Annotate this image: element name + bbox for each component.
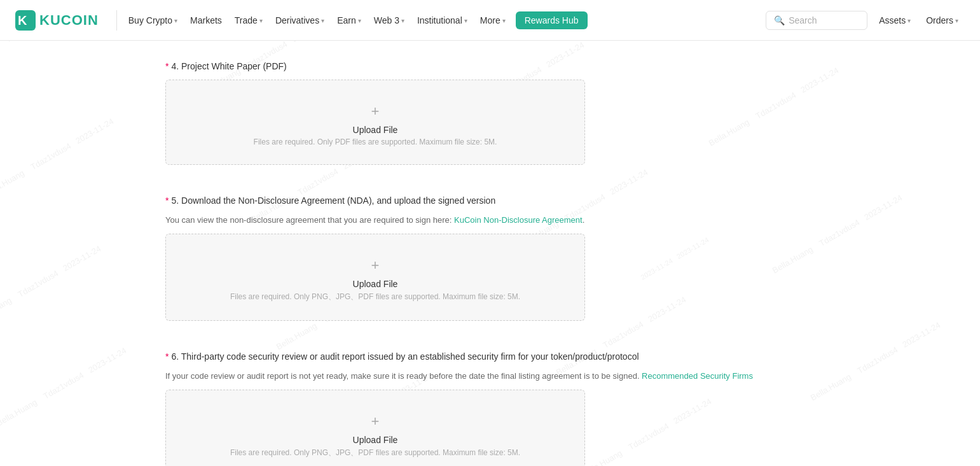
kucoin-logo-icon: K: [15, 10, 36, 31]
upload-label-4: Upload File: [353, 125, 398, 135]
upload-hint-5: Files are required. Only PNG、JPG、PDF fil…: [230, 292, 520, 302]
section-5-title-text: Download the Non-Disclosure Agreement (N…: [181, 195, 495, 206]
nav-buy-crypto[interactable]: Buy Crypto ▾: [122, 0, 184, 41]
web3-chevron-icon: ▾: [401, 17, 404, 24]
section-6-title-text: Third-party code security review or audi…: [181, 351, 639, 362]
nav-more-label: More: [480, 15, 500, 25]
trade-chevron-icon: ▾: [259, 17, 263, 24]
upload-box-4[interactable]: + Upload File Files are required. Only P…: [165, 80, 585, 165]
nav-more[interactable]: More ▾: [474, 0, 512, 41]
section-6-title: 6.: [171, 351, 179, 362]
rewards-hub-button[interactable]: Rewards Hub: [516, 11, 588, 29]
nav-institutional-label: Institutional: [417, 15, 462, 25]
nav-web3[interactable]: Web 3 ▾: [368, 0, 411, 41]
assets-chevron-icon: ▾: [908, 17, 911, 24]
nav-web3-label: Web 3: [374, 15, 399, 25]
section-5-desc-prefix: You can view the non-disclosure agreemen…: [165, 215, 454, 225]
section-5: *5. Download the Non-Disclosure Agreemen…: [0, 165, 980, 321]
upload-hint-4: Files are required. Only PDF files are s…: [254, 138, 497, 146]
nav-institutional[interactable]: Institutional ▾: [411, 0, 474, 41]
navbar: K KUCOIN Buy Crypto ▾ Markets Trade ▾ De…: [0, 0, 980, 41]
nav-assets[interactable]: Assets ▾: [873, 0, 917, 41]
nda-link[interactable]: KuCoin Non-Disclosure Agreement: [454, 215, 583, 225]
section-5-desc-suffix: .: [583, 215, 585, 225]
section-6-desc-prefix: If your code review or audit report is n…: [165, 371, 642, 381]
logo-text: KUCOIN: [39, 12, 99, 29]
nav-markets-label: Markets: [190, 15, 222, 25]
svg-text:K: K: [18, 13, 27, 27]
section-6: *6. Third-party code security review or …: [0, 321, 980, 466]
section-4-title-text: Project White Paper (PDF): [181, 61, 287, 71]
required-star-5: *: [165, 195, 169, 206]
main-content: *4. Project White Paper (PDF) + Upload F…: [0, 41, 980, 466]
section-5-desc: You can view the non-disclosure agreemen…: [165, 214, 815, 227]
buy-crypto-chevron-icon: ▾: [174, 17, 177, 24]
search-icon: 🔍: [774, 15, 785, 25]
nav-derivatives[interactable]: Derivatives ▾: [269, 0, 331, 41]
nav-trade-label: Trade: [235, 15, 258, 25]
required-star-6: *: [165, 351, 169, 362]
plus-icon-6: +: [371, 413, 380, 430]
nav-earn-label: Earn: [337, 15, 356, 25]
derivatives-chevron-icon: ▾: [321, 17, 324, 24]
institutional-chevron-icon: ▾: [464, 17, 467, 24]
nav-trade[interactable]: Trade ▾: [228, 0, 269, 41]
section-4-title: 4.: [171, 61, 179, 71]
nav-orders[interactable]: Orders ▾: [920, 0, 965, 41]
nav-buy-crypto-label: Buy Crypto: [128, 15, 172, 25]
orders-chevron-icon: ▾: [955, 17, 958, 24]
more-chevron-icon: ▾: [502, 17, 506, 24]
plus-icon-4: +: [371, 103, 380, 120]
nav-derivatives-label: Derivatives: [275, 15, 319, 25]
section-5-title: 5.: [171, 195, 179, 206]
section-6-desc: If your code review or audit report is n…: [165, 370, 815, 383]
required-star-4: *: [165, 61, 169, 71]
section-4: *4. Project White Paper (PDF) + Upload F…: [0, 41, 980, 165]
upload-label-6: Upload File: [353, 435, 398, 445]
nav-markets[interactable]: Markets: [184, 0, 228, 41]
search-placeholder: Search: [789, 15, 817, 25]
nav-right: Assets ▾ Orders ▾: [873, 0, 965, 41]
earn-chevron-icon: ▾: [358, 17, 361, 24]
nav-orders-label: Orders: [926, 15, 953, 25]
nav-assets-label: Assets: [879, 15, 906, 25]
security-firms-link[interactable]: Recommended Security Firms: [642, 371, 753, 381]
search-box[interactable]: 🔍 Search: [766, 11, 867, 30]
nav-earn[interactable]: Earn ▾: [331, 0, 368, 41]
upload-box-5[interactable]: + Upload File Files are required. Only P…: [165, 234, 585, 321]
plus-icon-5: +: [371, 257, 380, 274]
upload-box-6[interactable]: + Upload File Files are required. Only P…: [165, 390, 585, 466]
upload-label-5: Upload File: [353, 279, 398, 289]
section-6-label: *6. Third-party code security review or …: [165, 350, 815, 364]
upload-hint-6: Files are required. Only PNG、JPG、PDF fil…: [230, 448, 520, 458]
nav-items: Buy Crypto ▾ Markets Trade ▾ Derivatives…: [122, 0, 761, 41]
nav-divider: [116, 10, 117, 31]
logo[interactable]: K KUCOIN: [15, 10, 99, 31]
section-4-label: *4. Project White Paper (PDF): [165, 60, 815, 73]
section-5-label: *5. Download the Non-Disclosure Agreemen…: [165, 194, 815, 208]
